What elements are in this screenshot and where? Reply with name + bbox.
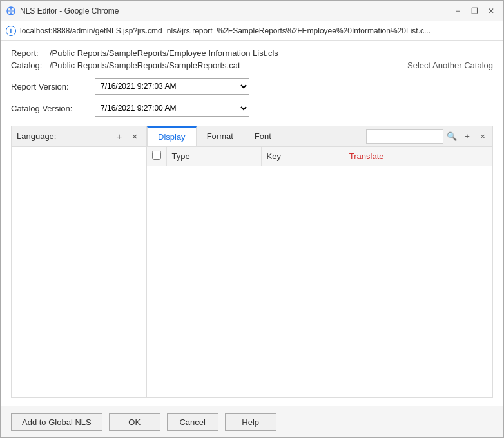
catalog-version-row: Catalog Version: 7/16/2021 9:27:00 AM <box>11 100 493 117</box>
language-list <box>12 147 146 397</box>
main-content: Report: /Public Reports/SampleReports/Em… <box>1 41 503 406</box>
tab-display[interactable]: Display <box>147 126 197 146</box>
catalog-label: Catalog: <box>11 61 50 70</box>
nls-section: Language: + × Display Format <box>11 126 493 398</box>
title-bar-left: NLS Editor - Google Chrome <box>6 6 119 16</box>
catalog-value: /Public Reports/SampleReports/SampleRepo… <box>50 61 240 70</box>
window-title: NLS Editor - Google Chrome <box>20 6 119 15</box>
cancel-button[interactable]: Cancel <box>167 413 218 431</box>
main-window: NLS Editor - Google Chrome − ❐ ✕ i local… <box>0 0 504 438</box>
report-value: /Public Reports/SampleReports/Employee I… <box>50 48 278 58</box>
footer: Add to Global NLS OK Cancel Help <box>1 406 503 437</box>
add-icon: + <box>465 131 470 141</box>
add-entry-button[interactable]: + <box>460 129 474 144</box>
tab-display-label: Display <box>158 132 186 142</box>
tab-font-label: Font <box>255 131 271 141</box>
language-title: Language: <box>17 131 56 141</box>
select-all-checkbox[interactable] <box>152 151 161 160</box>
tab-format-label: Format <box>207 131 233 141</box>
info-icon: i <box>6 26 16 36</box>
table-header-row: Type Key Translate <box>147 147 492 166</box>
nls-table: Type Key Translate <box>147 147 492 166</box>
table-area: Type Key Translate <box>147 147 492 397</box>
search-icon: 🔍 <box>447 131 457 141</box>
catalog-row: Catalog: /Public Reports/SampleReports/S… <box>11 61 493 70</box>
search-button[interactable]: 🔍 <box>445 129 459 144</box>
language-header-buttons: + × <box>113 130 141 143</box>
report-label: Report: <box>11 48 50 58</box>
title-bar: NLS Editor - Google Chrome − ❐ ✕ <box>1 1 503 21</box>
type-column-header: Type <box>166 147 261 166</box>
close-button[interactable]: ✕ <box>484 4 498 18</box>
select-another-catalog-link[interactable]: Select Another Catalog <box>407 61 493 70</box>
report-version-select[interactable]: 7/16/2021 9:27:03 AM <box>95 78 249 95</box>
address-bar: i localhost:8888/admin/getNLS.jsp?jrs.cm… <box>1 21 503 41</box>
address-url: localhost:8888/admin/getNLS.jsp?jrs.cmd=… <box>20 26 498 35</box>
language-panel: Language: + × <box>12 126 147 397</box>
add-language-button[interactable]: + <box>113 130 126 143</box>
tabs-bar: Display Format Font 🔍 + <box>147 126 492 147</box>
search-input[interactable] <box>366 129 443 144</box>
clear-search-button[interactable]: × <box>476 129 490 144</box>
add-to-global-nls-button[interactable]: Add to Global NLS <box>11 413 102 431</box>
close-icon: × <box>480 131 485 141</box>
browser-icon <box>6 6 16 16</box>
help-button[interactable]: Help <box>225 413 276 431</box>
tab-format[interactable]: Format <box>197 126 244 146</box>
language-header: Language: + × <box>12 126 146 147</box>
checkbox-column-header <box>147 147 166 166</box>
ok-button[interactable]: OK <box>109 413 160 431</box>
report-version-label: Report Version: <box>11 82 95 91</box>
table-header: Type Key Translate <box>147 147 492 166</box>
catalog-version-select[interactable]: 7/16/2021 9:27:00 AM <box>95 100 249 117</box>
translate-column-header: Translate <box>344 147 492 166</box>
key-column-header: Key <box>261 147 344 166</box>
right-panel: Display Format Font 🔍 + <box>147 126 492 397</box>
tabs-search-area: 🔍 + × <box>366 129 492 144</box>
catalog-version-label: Catalog Version: <box>11 104 95 113</box>
report-version-row: Report Version: 7/16/2021 9:27:03 AM <box>11 78 493 95</box>
remove-language-button[interactable]: × <box>128 130 141 143</box>
version-section: Report Version: 7/16/2021 9:27:03 AM Cat… <box>11 78 493 117</box>
tab-font[interactable]: Font <box>244 126 282 146</box>
maximize-button[interactable]: ❐ <box>467 4 481 18</box>
report-row: Report: /Public Reports/SampleReports/Em… <box>11 48 493 58</box>
minimize-button[interactable]: − <box>451 4 465 18</box>
title-bar-controls: − ❐ ✕ <box>451 4 498 18</box>
